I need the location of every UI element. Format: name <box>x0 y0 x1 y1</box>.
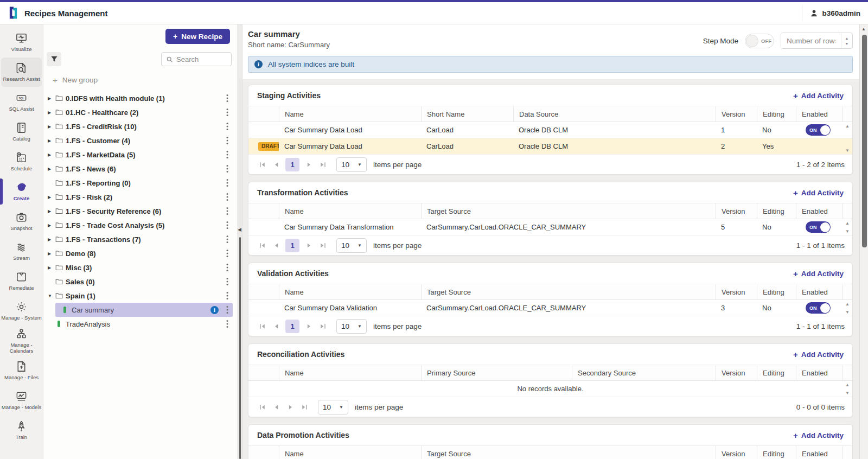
user-menu[interactable]: b360admin <box>810 9 860 17</box>
kebab-menu-icon[interactable] <box>226 235 228 244</box>
last-page-icon[interactable] <box>317 158 329 170</box>
spin-up-icon[interactable]: ▲ <box>845 36 848 40</box>
page-size-select[interactable]: 10▼ <box>318 400 348 415</box>
first-page-icon[interactable] <box>256 239 268 251</box>
last-page-icon[interactable] <box>317 320 329 332</box>
previous-page-icon[interactable] <box>270 401 282 413</box>
rail-item-visualize[interactable]: Visualize <box>1 28 42 57</box>
tree-group-1-fs-customer-4[interactable]: ▶1.FS - Customer (4) <box>43 133 237 148</box>
kebab-menu-icon[interactable] <box>226 221 228 229</box>
first-page-icon[interactable] <box>256 158 268 170</box>
enabled-toggle[interactable]: ON <box>806 302 831 314</box>
expand-arrow-icon[interactable]: ▶ <box>48 96 55 101</box>
add-activity-button[interactable]: +Add Activity <box>793 91 844 100</box>
first-page-icon[interactable] <box>256 320 268 332</box>
kebab-menu-icon[interactable] <box>226 108 228 117</box>
tree-group-1-fs-trade-cost-analysis-5[interactable]: ▶1.FS - Trade Cost Analysis (5) <box>43 218 237 232</box>
tree-group-1-fs-security-reference-6[interactable]: ▶1.FS - Security Reference (6) <box>43 204 237 218</box>
kebab-menu-icon[interactable] <box>226 122 228 131</box>
tree-group-misc-3[interactable]: ▶Misc (3) <box>43 260 237 275</box>
table-scroll-up-icon[interactable]: ▲ <box>845 124 850 129</box>
number-of-rows-input[interactable] <box>781 33 841 48</box>
new-recipe-button[interactable]: + New Recipe <box>165 29 230 44</box>
tree-group-spain-1[interactable]: ▼Spain (1) <box>43 289 237 303</box>
tree-group-1-fs-creditrisk-10[interactable]: ▶1.FS - CreditRisk (10) <box>43 119 237 133</box>
current-page-button[interactable]: 1 <box>285 158 299 171</box>
search-input[interactable] <box>176 55 227 63</box>
current-page-button[interactable]: 1 <box>285 239 299 252</box>
add-activity-button[interactable]: +Add Activity <box>793 188 844 197</box>
expand-arrow-icon[interactable]: ▶ <box>48 237 55 242</box>
tree-group-01-hc-healthcare-2[interactable]: ▶01.HC - Healthcare (2) <box>43 105 237 119</box>
expand-arrow-icon[interactable]: ▶ <box>48 124 55 129</box>
rail-item-create[interactable]: Create <box>1 177 42 206</box>
kebab-menu-icon[interactable] <box>226 193 228 201</box>
tree-group-demo-8[interactable]: ▶Demo (8) <box>43 246 237 260</box>
page-size-select[interactable]: 10▼ <box>336 319 367 334</box>
rail-item-research-assist[interactable]: Research Assist <box>1 58 42 87</box>
table-row[interactable]: Car Summary Data LoadCarLoadOracle DB CL… <box>248 122 852 138</box>
page-size-select[interactable]: 10▼ <box>336 157 367 172</box>
kebab-menu-icon[interactable] <box>226 249 228 258</box>
scrollbar-up-icon[interactable]: ▲ <box>861 27 866 31</box>
expand-arrow-icon[interactable]: ▶ <box>48 152 55 157</box>
rail-item-manage-calendars[interactable]: Manage - Calendars <box>1 326 42 355</box>
table-scroll-up-icon[interactable]: ▲ <box>845 302 850 307</box>
rail-item-manage-system[interactable]: Manage - System <box>1 296 42 326</box>
table-scroll-down-icon[interactable]: ▼ <box>845 148 850 153</box>
expand-arrow-icon[interactable]: ▶ <box>48 138 55 143</box>
kebab-menu-icon[interactable] <box>226 136 228 145</box>
rail-item-remediate[interactable]: Remediate <box>1 266 42 296</box>
last-page-icon[interactable] <box>298 401 310 413</box>
rail-item-snapshot[interactable]: Snapshot <box>1 207 42 236</box>
current-page-button[interactable]: 1 <box>285 320 299 333</box>
previous-page-icon[interactable] <box>270 320 282 332</box>
add-activity-button[interactable]: +Add Activity <box>793 431 844 440</box>
rail-item-train[interactable]: Train <box>1 416 42 445</box>
expand-arrow-icon[interactable]: ▶ <box>48 223 55 228</box>
page-scrollbar[interactable]: ▲ <box>859 24 868 459</box>
search-box[interactable] <box>161 52 232 66</box>
info-icon[interactable]: i <box>210 306 219 314</box>
tree-group-1-fs-reporting-0[interactable]: 1.FS - Reporting (0) <box>43 176 237 190</box>
kebab-menu-icon[interactable] <box>226 263 228 272</box>
table-scroll-up-icon[interactable]: ▲ <box>845 382 850 387</box>
expand-arrow-icon[interactable]: ▶ <box>48 167 55 171</box>
table-scroll-up-icon[interactable]: ▲ <box>845 221 850 226</box>
enabled-toggle[interactable]: ON <box>806 221 831 233</box>
rail-item-manage-models[interactable]: Manage - Models <box>1 386 42 415</box>
table-row[interactable]: Car Summary Data ValidationCarSummary.Ca… <box>248 300 852 316</box>
table-row[interactable]: Car Summary Data TransformationCarSummar… <box>248 219 852 235</box>
rail-item-manage-files[interactable]: Manage - Files <box>1 356 42 385</box>
kebab-menu-icon[interactable] <box>226 291 228 300</box>
previous-page-icon[interactable] <box>270 158 282 170</box>
filter-button[interactable] <box>47 52 61 66</box>
rail-item-stream[interactable]: Stream <box>1 237 42 266</box>
tree-group-1-fs-risk-2[interactable]: ▶1.FS - Risk (2) <box>43 190 237 204</box>
tree-group-1-fs-transactions-7[interactable]: ▶1.FS - Transactions (7) <box>43 232 237 246</box>
kebab-menu-icon[interactable] <box>226 305 228 314</box>
tree-group-1-fs-marketdata-5[interactable]: ▶1.FS - MarketData (5) <box>43 148 237 162</box>
next-page-icon[interactable] <box>284 401 296 413</box>
kebab-menu-icon[interactable] <box>226 150 228 159</box>
collapse-panel-icon[interactable]: ◀ <box>238 227 241 232</box>
expand-arrow-icon[interactable]: ▶ <box>48 209 55 214</box>
last-page-icon[interactable] <box>317 239 329 251</box>
expand-arrow-icon[interactable]: ▶ <box>48 265 55 270</box>
first-page-icon[interactable] <box>256 401 268 413</box>
expand-arrow-icon[interactable]: ▶ <box>48 195 55 200</box>
rail-item-schedule[interactable]: Schedule <box>1 147 42 176</box>
add-activity-button[interactable]: +Add Activity <box>793 350 844 359</box>
scrollbar-thumb[interactable] <box>862 35 867 247</box>
rail-item-catalog[interactable]: Catalog <box>1 117 42 146</box>
tree-group-sales-0[interactable]: Sales (0) <box>43 275 237 289</box>
spin-down-icon[interactable]: ▼ <box>845 42 848 46</box>
tree-recipe-tradeanalysis[interactable]: TradeAnalysis <box>43 317 237 331</box>
sidebar-scrollbar[interactable] <box>239 237 241 459</box>
tree-group-0-idfs-with-health-module-1[interactable]: ▶0.IDFS with Health module (1) <box>43 91 237 105</box>
previous-page-icon[interactable] <box>270 239 282 251</box>
table-row[interactable]: DRAFTCar Summary Data LoadCarLoadOracle … <box>248 138 852 155</box>
tree-group-1-fs-news-6[interactable]: ▶1.FS - News (6) <box>43 162 237 176</box>
table-scroll-down-icon[interactable]: ▼ <box>845 229 850 234</box>
page-size-select[interactable]: 10▼ <box>336 238 367 253</box>
